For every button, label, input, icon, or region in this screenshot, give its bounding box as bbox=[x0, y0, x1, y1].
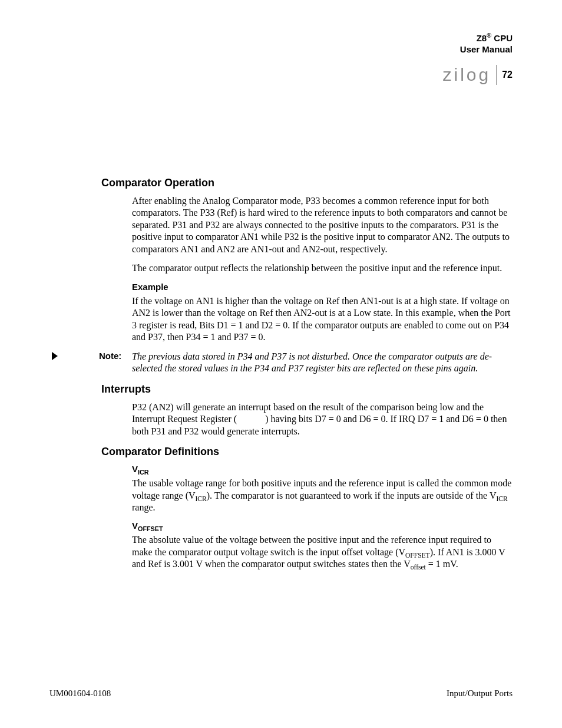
registered-mark: ® bbox=[487, 32, 491, 39]
paragraph: The comparator output reflects the relat… bbox=[132, 262, 513, 274]
text: = 1 mV. bbox=[426, 559, 458, 569]
heading-vicr: VICR bbox=[132, 464, 513, 474]
subscript: ICR bbox=[196, 495, 207, 502]
vicr-subscript: ICR bbox=[138, 469, 149, 476]
logo-divider bbox=[497, 65, 497, 85]
heading-comparator-definitions: Comparator Definitions bbox=[101, 446, 513, 458]
paragraph: P32 (AN2) will generate an interrupt bas… bbox=[132, 401, 513, 437]
zilog-logo: zilog bbox=[443, 65, 491, 85]
footer-doc-id: UM001604-0108 bbox=[49, 689, 111, 699]
text: range. bbox=[132, 502, 156, 512]
page-header: Z8® CPU User Manual bbox=[460, 33, 513, 54]
subscript: offset bbox=[411, 564, 426, 571]
document-page: Z8® CPU User Manual zilog 72 Comparator … bbox=[0, 0, 562, 728]
comparator-operation-body: After enabling the Analog Comparator mod… bbox=[132, 195, 513, 344]
note-label: Note: bbox=[99, 351, 125, 361]
page-footer: UM001604-0108 Input/Output Ports bbox=[49, 689, 513, 699]
product-name: Z8 bbox=[477, 33, 487, 43]
paragraph: If the voltage on AN1 is higher than the… bbox=[132, 295, 513, 344]
blank-space bbox=[237, 414, 265, 424]
subscript: ICR bbox=[496, 495, 507, 502]
note-text: The previous data stored in P34 and P37 … bbox=[132, 351, 513, 375]
paragraph: After enabling the Analog Comparator mod… bbox=[132, 195, 513, 255]
heading-comparator-operation: Comparator Operation bbox=[101, 177, 513, 189]
heading-example: Example bbox=[132, 282, 513, 292]
document-subtitle: User Manual bbox=[460, 44, 513, 54]
interrupts-body: P32 (AN2) will generate an interrupt bas… bbox=[132, 401, 513, 437]
paragraph: The absolute value of the voltage betwee… bbox=[132, 534, 513, 570]
v-symbol: V bbox=[132, 464, 138, 474]
text: ). The comparator is not guaranteed to w… bbox=[207, 490, 497, 500]
subscript: OFFSET bbox=[405, 552, 430, 559]
heading-interrupts: Interrupts bbox=[101, 383, 513, 396]
note-label-wrap: Note: bbox=[99, 351, 132, 361]
logo-block: zilog 72 bbox=[443, 65, 513, 85]
product-title: Z8® CPU bbox=[460, 33, 513, 44]
comparator-definitions-body: VICR The usable voltage range for both p… bbox=[132, 464, 513, 571]
product-suffix: CPU bbox=[491, 33, 513, 43]
paragraph: The usable voltage range for both positi… bbox=[132, 477, 513, 513]
heading-voffset: VOFFSET bbox=[132, 521, 513, 531]
page-number: 72 bbox=[502, 70, 513, 80]
v-symbol: V bbox=[132, 521, 138, 531]
note-block: Note: The previous data stored in P34 an… bbox=[49, 351, 513, 375]
voffset-subscript: OFFSET bbox=[138, 525, 163, 532]
note-arrow-icon bbox=[49, 351, 82, 361]
page-content: Comparator Operation After enabling the … bbox=[49, 177, 513, 578]
note-gutter bbox=[49, 351, 99, 361]
footer-section-name: Input/Output Ports bbox=[447, 689, 513, 699]
